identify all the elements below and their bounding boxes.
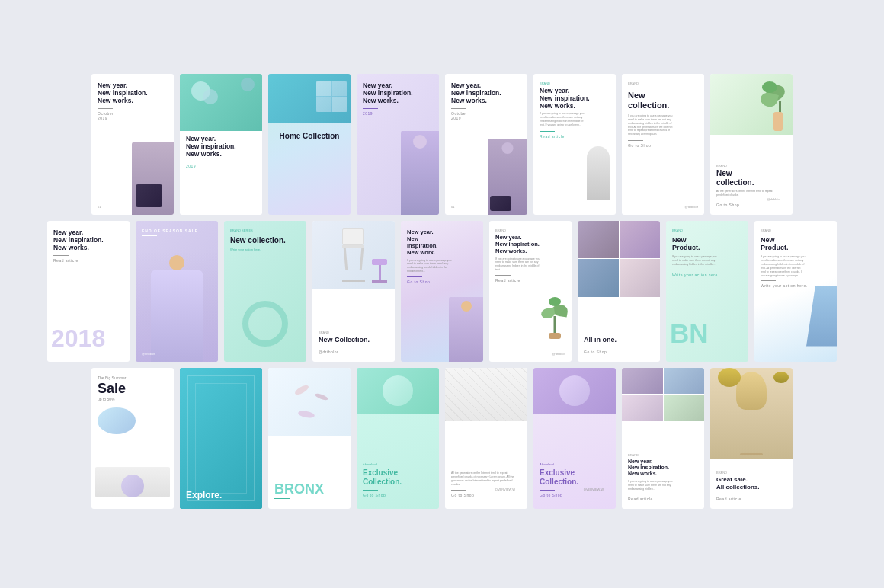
card-r2c1[interactable]: New year.New inspiration.New works. Read… bbox=[47, 221, 130, 362]
social: OVERVIEW.W bbox=[495, 487, 515, 491]
card-title: Sale bbox=[98, 382, 168, 395]
card-r1c1[interactable]: New year.New inspiration.New works. Octo… bbox=[91, 74, 174, 215]
card-content: All in one. Go to Shop bbox=[584, 336, 654, 354]
card-r2c6[interactable]: BRAND New year.New inspiration.New works… bbox=[489, 221, 572, 362]
card-r3c6[interactable]: Aboveland ExclusiveCollection. Go to Sho… bbox=[533, 368, 616, 509]
photo-1 bbox=[622, 368, 663, 395]
card-r2c9[interactable]: BRAND NewProduct. If you are going to us… bbox=[754, 221, 837, 362]
head-shape bbox=[413, 135, 427, 149]
card-sub: up to 50% bbox=[98, 397, 168, 401]
card-r3c2[interactable]: Explore. bbox=[180, 368, 262, 509]
card-brand: BRAND bbox=[628, 81, 698, 85]
card-r2c4[interactable]: BRAND New Collection. @dribblor bbox=[312, 221, 395, 362]
bag-shape bbox=[136, 184, 162, 207]
person-image bbox=[401, 131, 439, 215]
card-top bbox=[533, 368, 616, 414]
card-title: Newcollection. bbox=[716, 169, 786, 187]
card-r3c5[interactable]: All the generators on the Internet tend … bbox=[445, 368, 527, 509]
person-image bbox=[449, 297, 483, 362]
plant-shape bbox=[758, 78, 789, 131]
card-title: New year.New inspiration.New works. bbox=[495, 234, 565, 254]
read-more: Go to Shop bbox=[451, 493, 521, 497]
card-title: New collection. bbox=[230, 236, 300, 245]
card-r2c8[interactable]: BRAND NewProduct. If you are going to us… bbox=[666, 221, 748, 362]
card-title: New year.New inspiration.New works. bbox=[98, 81, 168, 105]
card-r1c7[interactable]: BRAND Newcollection. If you are going to… bbox=[622, 74, 704, 215]
read-more: Go to Shop bbox=[628, 143, 698, 148]
card-brand: BRAND bbox=[319, 331, 389, 334]
photo-cell-4 bbox=[620, 259, 661, 297]
card-body: If you are going to use a passage you ne… bbox=[628, 114, 674, 136]
card-title: Explore. bbox=[186, 490, 222, 500]
card-top-image bbox=[180, 74, 262, 131]
card-body: If you are going to use a passage you ne… bbox=[407, 259, 453, 274]
photo-grid bbox=[578, 221, 660, 297]
card-r1c4[interactable]: New year.New inspiration.New works. 2019 bbox=[357, 74, 439, 215]
card-r3c3[interactable]: BRONX bbox=[268, 368, 351, 509]
card-title: Great sale.All collections. bbox=[716, 476, 786, 491]
card-brand: BRAND bbox=[761, 228, 831, 232]
card-brand: Aboveland bbox=[540, 462, 610, 466]
gallery-row-1: New year.New inspiration.New works. Octo… bbox=[30, 74, 854, 215]
card-body: If you are going to use a passage you ne… bbox=[495, 257, 541, 273]
stool-shape bbox=[372, 259, 387, 286]
portrait-image bbox=[710, 368, 793, 459]
sphere-2 bbox=[203, 89, 218, 104]
bronx-text: BRONX bbox=[274, 482, 344, 496]
card-r3c1[interactable]: The Big Summer Sale up to 50% bbox=[91, 368, 174, 509]
card-title: New year.New inspiration.New works. bbox=[451, 81, 521, 105]
card-r1c5[interactable]: New year.New inspiration.New works. Octo… bbox=[445, 74, 527, 215]
social: @dribblor bbox=[142, 352, 155, 356]
circle-decor bbox=[559, 375, 590, 406]
card-content: BRAND Great sale.All collections. Read a… bbox=[716, 471, 786, 500]
card-brand: BRAND bbox=[672, 228, 742, 232]
card-r3c8[interactable]: BRAND Great sale.All collections. Read a… bbox=[710, 368, 793, 509]
card-r2c7[interactable]: All in one. Go to Shop bbox=[578, 221, 660, 362]
big-number: 2018 bbox=[51, 326, 105, 350]
bag-shape bbox=[490, 196, 511, 211]
card-content: Aboveland ExclusiveCollection. Go to Sho… bbox=[540, 462, 610, 497]
card-content: Home Collection bbox=[274, 131, 344, 141]
read-more: Go to Shop bbox=[407, 280, 477, 284]
card-tagline: The Big Summer bbox=[98, 375, 168, 380]
card-r3c4[interactable]: Aboveland ExclusiveCollection. Go to Sho… bbox=[357, 368, 439, 509]
card-title: New year.New inspiration.New works. bbox=[363, 81, 433, 105]
card-content: BRAND New year.New inspiration.New works… bbox=[628, 453, 698, 501]
person-image bbox=[488, 139, 527, 215]
read-more: Go to Shop bbox=[540, 493, 610, 497]
birds-shape bbox=[287, 375, 332, 429]
card-top-image bbox=[710, 74, 793, 135]
read-more: Go to Shop bbox=[716, 203, 786, 207]
card-brand: BRAND SERIES bbox=[230, 228, 300, 232]
card-r2c3[interactable]: BRAND SERIES New collection. Write your … bbox=[224, 221, 306, 362]
gallery-row-3: The Big Summer Sale up to 50% Explore. bbox=[30, 368, 854, 509]
card-content: Aboveland ExclusiveCollection. Go to Sho… bbox=[363, 462, 433, 497]
card-content: All the generators on the Internet tend … bbox=[451, 469, 521, 497]
card-r2c2[interactable]: END OF SEASON SALE @dribblor bbox=[136, 221, 218, 362]
photo-grid bbox=[622, 368, 704, 421]
page-number: 01 bbox=[451, 205, 454, 209]
card-year: 2019 bbox=[98, 116, 168, 120]
read-more: Read article bbox=[495, 278, 565, 283]
read-more: Read article bbox=[716, 497, 786, 501]
chair-bottom bbox=[95, 467, 170, 497]
card-body: All the generators on the Internet tend … bbox=[716, 190, 777, 197]
card-content: Explore. bbox=[186, 490, 222, 500]
card-r1c3[interactable]: Home Collection bbox=[268, 74, 351, 215]
plant-image bbox=[541, 297, 568, 339]
card-title: ExclusiveCollection. bbox=[363, 468, 433, 487]
card-title: New year.New inspiration.New works. bbox=[540, 87, 610, 110]
card-label: 2019 bbox=[363, 111, 433, 116]
page-number: 01 bbox=[98, 205, 101, 209]
photo-4 bbox=[664, 395, 705, 421]
chair-shape bbox=[338, 228, 369, 282]
card-r1c2[interactable]: New year.New inspiration.New works. 2019 bbox=[180, 74, 262, 215]
social: @dribblor bbox=[319, 350, 389, 354]
card-r1c6[interactable]: BRAND New year.New inspiration.New works… bbox=[533, 74, 616, 215]
card-r3c7[interactable]: BRAND New year.New inspiration.New works… bbox=[622, 368, 704, 509]
card-r1c8[interactable]: BRAND Newcollection. All the generators … bbox=[710, 74, 793, 215]
card-sale-label: END OF SEASON SALE bbox=[142, 228, 212, 233]
social: @dribblor bbox=[685, 205, 698, 209]
card-image bbox=[132, 142, 174, 215]
card-r2c5[interactable]: New year.Newinspiration.New work. If you… bbox=[401, 221, 483, 362]
